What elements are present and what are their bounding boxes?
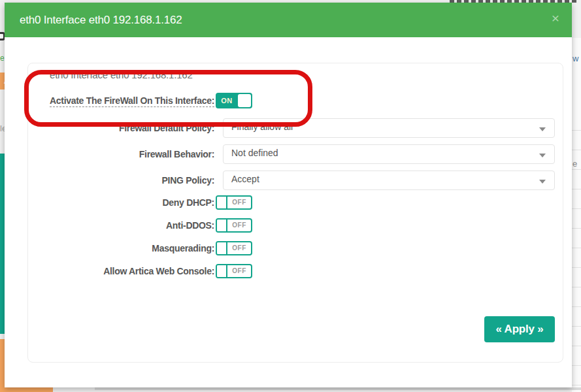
- selected-value: Not defined: [231, 148, 278, 158]
- selected-value: Finally allow all: [231, 122, 293, 132]
- background-footer-line: [95, 387, 581, 390]
- ping-policy-label: PING Policy:: [28, 175, 214, 186]
- toggle-off-label: OFF: [227, 197, 251, 208]
- modal-header: eth0 Interface eth0 192.168.1.162 ×: [5, 3, 572, 37]
- background-text-fragment-right-top: w: [573, 54, 578, 63]
- close-icon: ×: [552, 10, 559, 25]
- modal-title: eth0 Interface eth0 192.168.1.162: [5, 3, 572, 37]
- firewall-default-policy-select[interactable]: Finally allow all: [223, 118, 555, 138]
- firewall-behavior-label: Firewall Behavior:: [28, 149, 214, 159]
- toggle-knob: [238, 94, 251, 107]
- toggle-off-label: OFF: [227, 220, 251, 231]
- interface-settings-modal: eth0 Interface eth0 192.168.1.162 × eth0…: [5, 3, 572, 387]
- selected-value: Accept: [231, 174, 259, 184]
- field-firewall-default-policy: Firewall Default Policy: Finally allow a…: [28, 118, 563, 138]
- ping-policy-select[interactable]: Accept: [223, 171, 555, 190]
- anti-ddos-label: Anti-DDOS:: [28, 220, 214, 231]
- background-orange-bar: [0, 339, 5, 392]
- activate-firewall-label: Activate The FireWall On This Interface:: [28, 95, 214, 106]
- allow-artica-web-console-label: Allow Artica Web Console:: [28, 266, 214, 276]
- background-text-fragment-left-top: e: [0, 54, 5, 63]
- field-masquerading: Masquerading: OFF: [28, 241, 563, 255]
- firewall-settings-panel: eth0 Interface eth0 192.168.1.162 Activa…: [27, 63, 563, 363]
- activate-firewall-toggle[interactable]: ON: [216, 93, 252, 108]
- apply-button[interactable]: « Apply »: [484, 316, 555, 342]
- background-text-fragment-right-mid: e: [573, 159, 577, 169]
- chevron-down-icon: [539, 180, 546, 184]
- masquerading-label: Masquerading:: [28, 243, 214, 253]
- toggle-knob: [217, 242, 227, 254]
- toggle-on-label: ON: [216, 97, 238, 105]
- section-title: eth0 Interface eth0 192.168.1.162: [50, 69, 193, 80]
- toggle-knob: [217, 220, 227, 231]
- toggle-off-label: OFF: [227, 265, 251, 277]
- firewall-behavior-select[interactable]: Not defined: [223, 144, 555, 164]
- toggle-off-label: OFF: [227, 242, 251, 254]
- chevron-down-icon: [539, 154, 546, 157]
- anti-ddos-toggle[interactable]: OFF: [216, 218, 252, 233]
- field-activate-firewall: Activate The FireWall On This Interface:…: [28, 92, 563, 109]
- toggle-knob: [217, 197, 227, 208]
- deny-dhcp-label: Deny DHCP:: [28, 197, 214, 208]
- chevron-down-icon: [539, 127, 546, 131]
- background-table-rows: [572, 111, 581, 385]
- close-button[interactable]: ×: [548, 10, 563, 26]
- deny-dhcp-toggle[interactable]: OFF: [216, 195, 252, 210]
- toggle-knob: [217, 265, 227, 277]
- field-firewall-behavior: Firewall Behavior: Not defined: [28, 144, 563, 164]
- field-deny-dhcp: Deny DHCP: OFF: [28, 195, 563, 210]
- firewall-default-policy-label: Firewall Default Policy:: [28, 123, 214, 133]
- field-anti-ddos: Anti-DDOS: OFF: [28, 218, 563, 233]
- allow-artica-web-console-toggle[interactable]: OFF: [216, 264, 252, 278]
- background-sidebar-edge: [0, 154, 5, 334]
- background-orange-footer: [0, 387, 53, 392]
- field-allow-artica-web-console: Allow Artica Web Console: OFF: [28, 264, 563, 278]
- masquerading-toggle[interactable]: OFF: [216, 241, 252, 255]
- field-ping-policy: PING Policy: Accept: [28, 171, 563, 190]
